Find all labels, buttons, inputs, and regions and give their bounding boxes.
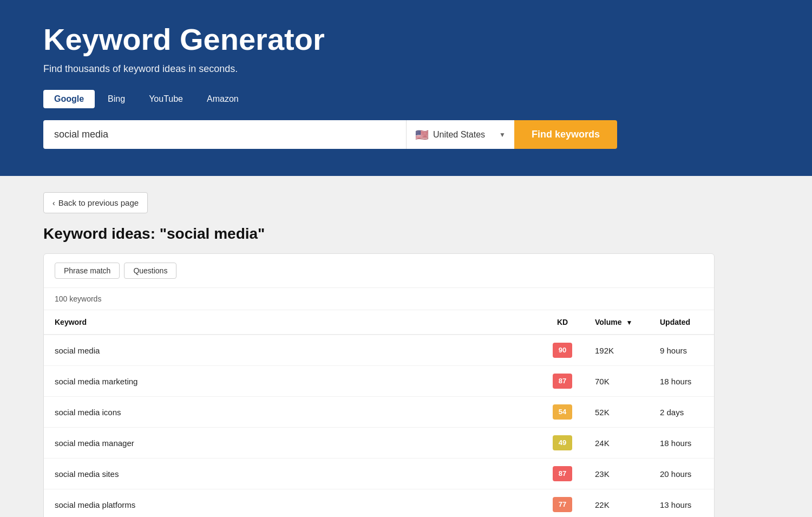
cell-keyword: social media icons (44, 397, 541, 428)
cell-volume: 24K (584, 428, 649, 459)
kd-badge: 49 (553, 435, 572, 450)
kd-badge: 87 (553, 466, 572, 481)
search-bar: 🇺🇸 United States ▼ Find keywords (43, 120, 617, 149)
cell-kd: 90 (541, 335, 584, 366)
col-header-keyword: Keyword (44, 310, 541, 335)
col-header-kd: KD (541, 310, 584, 335)
country-selector[interactable]: 🇺🇸 United States ▼ (406, 120, 514, 149)
cell-keyword: social media (44, 335, 541, 366)
cell-updated: 13 hours (649, 489, 714, 518)
keywords-table: Keyword KD Volume ▼ Updated social media… (44, 310, 714, 517)
back-button-label: Back to previous page (58, 198, 139, 207)
tab-bing[interactable]: Bing (97, 90, 136, 108)
cell-kd: 77 (541, 489, 584, 518)
header-subtitle: Find thousands of keyword ideas in secon… (43, 63, 769, 75)
cell-updated: 2 days (649, 397, 714, 428)
table-row: social media sites 87 23K 20 hours (44, 459, 714, 489)
cell-volume: 22K (584, 489, 649, 518)
cell-volume: 70K (584, 366, 649, 397)
cell-kd: 87 (541, 459, 584, 489)
search-input[interactable] (43, 120, 406, 149)
cell-keyword: social media manager (44, 428, 541, 459)
col-header-volume: Volume ▼ (584, 310, 649, 335)
table-row: social media platforms 77 22K 13 hours (44, 489, 714, 518)
cell-updated: 18 hours (649, 428, 714, 459)
cell-kd: 54 (541, 397, 584, 428)
results-table-container: Phrase match Questions 100 keywords Keyw… (43, 253, 715, 517)
col-header-updated: Updated (649, 310, 714, 335)
cell-kd: 87 (541, 366, 584, 397)
page-title: Keyword Generator (43, 22, 769, 57)
cell-keyword: social media marketing (44, 366, 541, 397)
table-row: social media manager 49 24K 18 hours (44, 428, 714, 459)
table-row: social media marketing 87 70K 18 hours (44, 366, 714, 397)
kd-badge: 87 (553, 374, 572, 389)
tab-google[interactable]: Google (43, 90, 95, 108)
kd-badge: 54 (553, 404, 572, 420)
cell-volume: 192K (584, 335, 649, 366)
engine-tab-group: Google Bing YouTube Amazon (43, 90, 769, 108)
cell-updated: 18 hours (649, 366, 714, 397)
table-row: social media 90 192K 9 hours (44, 335, 714, 366)
tab-youtube[interactable]: YouTube (138, 90, 194, 108)
table-header-row: Keyword KD Volume ▼ Updated (44, 310, 714, 335)
results-heading: Keyword ideas: "social media" (43, 225, 715, 243)
content-section: ‹ Back to previous page Keyword ideas: "… (0, 176, 758, 517)
header-section: Keyword Generator Find thousands of keyw… (0, 0, 812, 176)
keywords-count: 100 keywords (44, 288, 714, 310)
table-row: social media icons 54 52K 2 days (44, 397, 714, 428)
back-button[interactable]: ‹ Back to previous page (43, 192, 148, 213)
cell-kd: 49 (541, 428, 584, 459)
country-flag: 🇺🇸 (415, 128, 429, 141)
sort-icon: ▼ (626, 319, 632, 326)
filter-phrase-match[interactable]: Phrase match (55, 263, 120, 279)
cell-volume: 23K (584, 459, 649, 489)
chevron-down-icon: ▼ (499, 131, 506, 139)
cell-keyword: social media sites (44, 459, 541, 489)
tab-amazon[interactable]: Amazon (196, 90, 250, 108)
cell-keyword: social media platforms (44, 489, 541, 518)
country-name: United States (433, 130, 499, 140)
kd-badge: 77 (553, 497, 572, 512)
cell-updated: 9 hours (649, 335, 714, 366)
cell-updated: 20 hours (649, 459, 714, 489)
cell-volume: 52K (584, 397, 649, 428)
kd-badge: 90 (553, 343, 572, 358)
chevron-left-icon: ‹ (53, 199, 55, 207)
find-keywords-button[interactable]: Find keywords (514, 120, 617, 149)
filter-questions[interactable]: Questions (124, 263, 176, 279)
filter-bar: Phrase match Questions (44, 254, 714, 288)
